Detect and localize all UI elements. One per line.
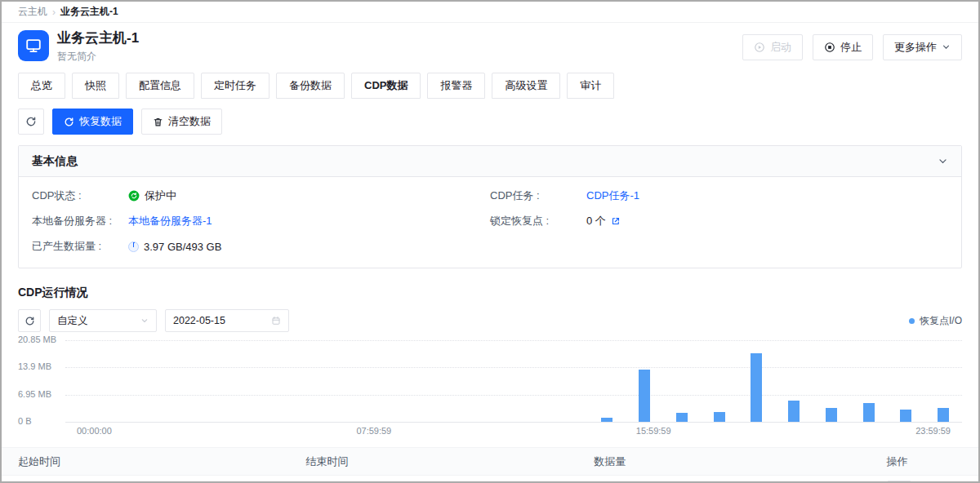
collapse-chevron-icon[interactable] — [938, 156, 948, 166]
bar-20:00 — [826, 408, 837, 422]
bar-slot-07:00 — [327, 340, 364, 422]
x-axis-label: 23:59:59 — [915, 426, 951, 436]
page-title: 业务云主机-1 — [57, 30, 139, 47]
tab-快照[interactable]: 快照 — [72, 73, 119, 99]
local-server-label: 本地备份服务器 : — [32, 214, 128, 228]
cdp-task-label: CDP任务 : — [490, 188, 586, 203]
bar-slot-10:00 — [439, 340, 477, 422]
bar-slot-14:00 — [589, 340, 626, 422]
bar-slot-22:00 — [888, 340, 925, 422]
locked-points-value: 0 个 — [586, 214, 606, 228]
y-axis-label: 6.95 MB — [18, 389, 51, 399]
restore-data-button[interactable]: 恢复数据 — [52, 109, 133, 135]
table-row: 2022-05-15 14:00:002022-05-15 14:59:591.… — [2, 476, 978, 483]
bar-slot-08:00 — [364, 340, 402, 422]
tab-备份数据[interactable]: 备份数据 — [276, 73, 345, 99]
basic-info-header[interactable]: 基本信息 — [19, 146, 961, 177]
page-header: 业务云主机-1 暂无简介 启动 停止 更多操作 — [2, 23, 978, 69]
bar-slot-23:00 — [924, 340, 962, 422]
select-chevron-icon — [140, 317, 149, 325]
bar-15:00 — [639, 370, 650, 422]
more-actions-button[interactable]: 更多操作 — [883, 34, 962, 60]
legend-label: 恢复点I/O — [920, 314, 962, 328]
start-button[interactable]: 启动 — [742, 34, 803, 60]
basic-info-left-column: CDP状态 : 保护中 本地备份服务器 : 本地备份服务器-1 已产生数据量 :… — [32, 188, 490, 264]
bar-16:00 — [676, 413, 688, 422]
basic-info-title: 基本信息 — [32, 154, 78, 169]
tab-报警器[interactable]: 报警器 — [427, 73, 485, 99]
bar-slot-06:00 — [290, 340, 327, 422]
bar-slot-17:00 — [701, 340, 738, 422]
bar-slot-04:00 — [215, 340, 252, 422]
chart-legend: 恢复点I/O — [909, 314, 962, 328]
data-amount-value: 3.97 GB/493 GB — [144, 241, 221, 253]
cdp-task-link[interactable]: CDP任务-1 — [586, 188, 639, 203]
cdp-section-title: CDP运行情况 — [18, 286, 962, 300]
bar-slot-03:00 — [177, 340, 215, 422]
tab-定时任务[interactable]: 定时任务 — [201, 73, 270, 99]
clear-data-button[interactable]: 清空数据 — [141, 109, 222, 135]
x-axis-label: 00:00:00 — [77, 426, 112, 436]
bar-slot-05:00 — [252, 340, 290, 422]
trash-icon — [153, 117, 163, 127]
breadcrumb-separator: › — [52, 7, 56, 18]
bar-21:00 — [863, 403, 875, 422]
stop-circle-icon — [824, 42, 835, 53]
recovery-points-table: 起始时间结束时间数据量操作 2022-05-15 14:00:002022-05… — [2, 447, 978, 483]
date-picker[interactable]: 2022-05-15 — [165, 309, 289, 332]
cdp-status-field: CDP状态 : 保护中 — [32, 188, 490, 203]
bar-slot-18:00 — [738, 340, 776, 422]
cdp-status-label: CDP状态 : — [32, 188, 128, 203]
bar-23:00 — [938, 408, 949, 422]
tab-高级设置[interactable]: 高级设置 — [492, 73, 560, 99]
bar-slot-16:00 — [663, 340, 701, 422]
bar-19:00 — [788, 401, 800, 422]
table-header-row: 起始时间结束时间数据量操作 — [2, 447, 978, 476]
tab-总览[interactable]: 总览 — [18, 73, 65, 99]
breadcrumb: 云主机 › 业务云主机-1 — [2, 2, 978, 23]
bar-slot-02:00 — [140, 340, 178, 422]
bar-slot-13:00 — [551, 340, 589, 422]
bar-slot-01:00 — [103, 340, 140, 422]
tab-CDP数据[interactable]: CDP数据 — [351, 73, 421, 99]
bar-slot-19:00 — [775, 340, 813, 422]
locked-points-field: 锁定恢复点 : 0 个 — [490, 214, 948, 228]
bar-slot-00:00 — [65, 340, 103, 422]
calendar-icon — [271, 316, 281, 326]
range-select[interactable]: 自定义 — [49, 309, 157, 332]
table-header-cell: 起始时间 — [18, 454, 306, 469]
page-subtitle: 暂无简介 — [57, 50, 139, 64]
usage-pie-icon — [128, 242, 139, 252]
cdp-toolbar: 恢复数据 清空数据 — [18, 109, 962, 135]
bar-14:00 — [601, 418, 612, 422]
bar-slot-15:00 — [626, 340, 663, 422]
tab-配置信息[interactable]: 配置信息 — [126, 73, 194, 99]
breadcrumb-parent[interactable]: 云主机 — [18, 5, 47, 19]
external-link-icon[interactable] — [611, 216, 621, 226]
local-server-field: 本地备份服务器 : 本地备份服务器-1 — [32, 214, 490, 228]
cdp-task-field: CDP任务 : CDP任务-1 — [490, 188, 948, 203]
stop-button[interactable]: 停止 — [813, 34, 873, 60]
breadcrumb-current: 业务云主机-1 — [60, 5, 118, 19]
x-axis-label: 07:59:59 — [356, 426, 391, 436]
bar-22:00 — [900, 410, 911, 422]
tab-审计[interactable]: 审计 — [567, 73, 614, 99]
tabs: 总览快照配置信息定时任务备份数据CDP数据报警器高级设置审计 — [2, 69, 978, 99]
chart-refresh-button[interactable] — [18, 309, 41, 332]
more-actions-label: 更多操作 — [894, 40, 937, 55]
y-axis-label: 13.9 MB — [18, 362, 51, 372]
cdp-io-chart: 20.85 MB13.9 MB6.95 MB0 B 00:00:0007:59:… — [18, 340, 962, 436]
local-server-link[interactable]: 本地备份服务器-1 — [128, 214, 212, 228]
table-header-cell: 操作 — [887, 454, 962, 469]
data-amount-field: 已产生数据量 : 3.97 GB/493 GB — [32, 239, 490, 254]
vm-monitor-icon — [18, 30, 49, 61]
range-select-value: 自定义 — [57, 314, 88, 328]
chevron-down-icon — [942, 42, 951, 51]
locked-points-label: 锁定恢复点 : — [490, 214, 586, 228]
bar-slot-21:00 — [850, 340, 888, 422]
refresh-button[interactable] — [18, 109, 44, 135]
y-axis-label: 0 B — [18, 416, 32, 426]
x-axis-label: 15:59:59 — [636, 426, 671, 436]
chart-bars — [65, 340, 962, 422]
date-picker-value: 2022-05-15 — [173, 315, 225, 326]
